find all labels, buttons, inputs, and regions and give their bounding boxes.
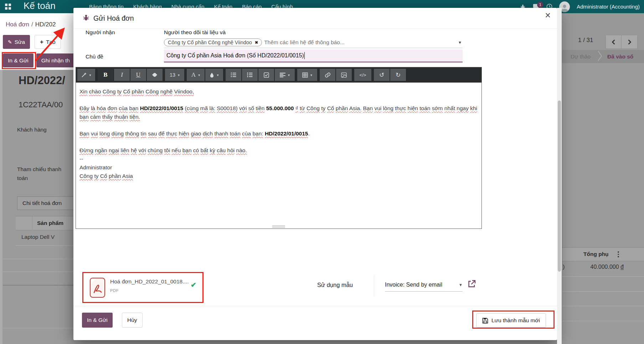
subtotal-value: 40.000.000 đ (591, 264, 624, 270)
invoice-sheet-right: Tổng phụ ) 40.000.000 đ (562, 63, 644, 344)
code-view-icon[interactable]: </> (354, 69, 371, 81)
style-magic-wand-icon[interactable] (77, 69, 95, 81)
print-send-button[interactable]: In & Gửi (3, 53, 34, 67)
scrollbar-thumb[interactable] (558, 101, 561, 272)
attachment-name: Hoá đơn_HD_2022_01_0018.... (110, 278, 189, 285)
pager-previous-button[interactable] (606, 35, 622, 49)
status-bar: Dự thảo Đã vào sổ (562, 50, 644, 63)
pager-next-button[interactable] (622, 35, 638, 49)
subtotal-column-header: Tổng phụ (583, 251, 609, 257)
recipients-placeholder: Thêm các liên hệ để thông báo... (264, 39, 345, 46)
column-divider (32, 216, 32, 230)
invoice-sheet-left: HD/2022/ 1C22TAA/00 Khách hàng Tham chiế… (0, 70, 73, 344)
remove-tag-icon[interactable]: ✖ (255, 40, 258, 45)
control-panel-left: Hoá đơn/HD/202 Sửa Tạo In & Gửi Ghi nhận… (0, 13, 73, 70)
insert-image-icon[interactable] (336, 69, 352, 81)
payment-ref-label: Tham chiếu thanh toán (17, 165, 71, 183)
align-dropdown-icon[interactable] (275, 69, 295, 81)
recipients-dropdown-caret-icon[interactable]: ▼ (458, 40, 462, 45)
dialog-cancel-button[interactable]: Hủy (122, 313, 143, 328)
product-column-header: Sản phẩm (37, 220, 63, 226)
table-dropdown-icon[interactable] (297, 69, 317, 81)
breadcrumb-current: HD/202 (35, 21, 56, 28)
dialog-title: Gửi Hoá đơn (83, 14, 134, 23)
subject-label: Chủ đề (86, 53, 103, 60)
subject-input[interactable]: Công ty Cổ phần Asia Hoá đơn (Số HD/2022… (164, 50, 463, 62)
followers-note: Người theo dõi tài liệu và (164, 29, 226, 36)
resize-grip[interactable] (272, 225, 285, 228)
close-icon[interactable]: × (545, 11, 551, 20)
checklist-icon[interactable] (258, 69, 274, 81)
pencil-icon (8, 39, 12, 45)
page-gutter (0, 70, 2, 344)
italic-button[interactable]: I (114, 69, 130, 81)
create-button[interactable]: Tạo (35, 35, 61, 49)
bullet-list-icon[interactable] (226, 69, 241, 81)
use-template-label: Sử dụng mẫu (317, 282, 353, 288)
breadcrumb-invoices-link[interactable]: Hoá đơn (6, 21, 29, 28)
breadcrumb: Hoá đơn/HD/202 (6, 21, 77, 28)
highlight-color-icon[interactable] (205, 69, 223, 81)
template-divider (374, 275, 374, 297)
edit-button[interactable]: Sửa (3, 35, 30, 49)
save-as-template-button[interactable]: Lưu thành mẫu mới (476, 313, 546, 328)
breadcrumb-separator: / (31, 21, 33, 28)
font-size-dropdown[interactable]: 13 (165, 69, 184, 81)
truncated-cell-fragment: ) (563, 264, 565, 270)
pager-counter: 1 / 31 (578, 37, 593, 44)
text-cursor (304, 52, 305, 59)
customer-label: Khách hàng (17, 127, 47, 133)
apps-menu-icon[interactable] (5, 4, 11, 10)
footer-divider (73, 306, 557, 306)
bug-icon (83, 14, 89, 23)
control-panel-right: 1 / 31 (562, 13, 644, 50)
recipients-label: Người nhận (86, 29, 115, 36)
editor-toolbar: B I U 13 A </> (76, 67, 481, 82)
attachment-check-icon (191, 281, 196, 289)
notification-badge: 1 (537, 2, 543, 8)
status-posted[interactable]: Đã vào sổ (607, 53, 633, 60)
header-divider (73, 29, 557, 29)
send-invoice-dialog: Gửi Hoá đơn × Người nhận Người theo dõi … (73, 8, 557, 340)
plus-icon (40, 38, 43, 46)
table-header-right: Tổng phụ (562, 247, 644, 261)
status-draft[interactable]: Dự thảo (571, 53, 591, 60)
table-header-left: Sản phẩm (16, 216, 73, 230)
remove-format-eraser-icon[interactable] (147, 69, 163, 81)
scrollbar[interactable] (557, 8, 562, 344)
external-link-icon[interactable] (468, 279, 477, 289)
pdf-file-icon (90, 278, 105, 298)
post-button[interactable]: Ghi nhận th (36, 53, 75, 67)
template-caret-icon: ▼ (459, 283, 463, 287)
redo-icon[interactable]: ↻ (390, 69, 406, 81)
status-chevron-icon (598, 51, 602, 63)
attachment-card[interactable]: Hoá đơn_HD_2022_01_0018.... PDF (83, 273, 203, 303)
font-color-dropdown[interactable]: A (187, 69, 205, 81)
screen: Kế toán Bảng thông tin Khách hàng Nhà cu… (0, 0, 644, 344)
invoice-serial: 1C22TAA/00 (19, 100, 63, 109)
dialog-send-button[interactable]: In & Gửi (82, 313, 113, 328)
recipient-tag: Công ty Cổ phần Công nghệ Viindoo ✖ (164, 38, 262, 46)
recipients-field[interactable]: Công ty Cổ phần Công nghệ Viindoo ✖ Thêm… (164, 37, 463, 48)
user-name[interactable]: Administrator (Accounting) (577, 4, 640, 10)
email-body-editor: B I U 13 A </> (76, 67, 482, 229)
tab-invoice-lines[interactable]: Chi tiết hoá đơn (17, 196, 73, 210)
numbered-list-icon[interactable] (242, 69, 258, 81)
table-row-product[interactable]: Laptop Dell V (21, 234, 55, 240)
undo-icon[interactable]: ↺ (374, 69, 390, 81)
invoice-number-title: HD/2022/ (19, 74, 65, 87)
insert-link-icon[interactable] (320, 69, 335, 81)
floppy-save-icon (482, 318, 488, 324)
app-title[interactable]: Kế toán (24, 0, 56, 11)
underline-button[interactable]: U (130, 69, 146, 81)
bold-button[interactable]: B (98, 69, 113, 81)
optional-columns-icon[interactable] (618, 251, 619, 258)
template-dropdown[interactable]: Invoice: Send by email ▼ (385, 278, 463, 292)
editor-body[interactable]: Xin chào Công ty Cổ phần Công nghệ Viind… (76, 82, 481, 229)
attachment-type: PDF (110, 288, 119, 293)
